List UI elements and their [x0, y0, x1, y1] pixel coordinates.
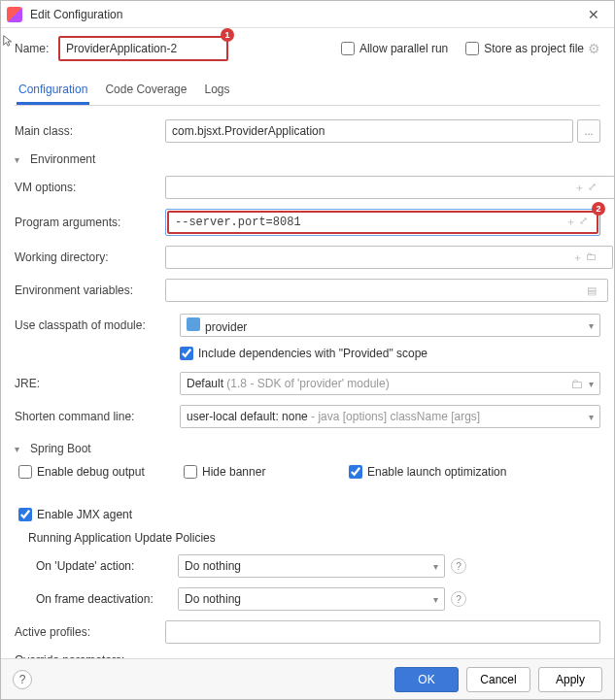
chevron-down-icon: ▾: [433, 594, 438, 605]
main-class-row: Main class: ...: [15, 119, 600, 143]
allow-parallel-checkbox[interactable]: Allow parallel run: [341, 42, 448, 55]
help-icon[interactable]: ?: [451, 591, 466, 607]
gear-icon[interactable]: ⚙: [588, 41, 600, 56]
working-directory-label: Working directory:: [15, 250, 165, 264]
close-icon[interactable]: ✕: [579, 7, 608, 22]
titlebar: Edit Configuration ✕: [1, 1, 614, 28]
shorten-select[interactable]: user-local default: none - java [options…: [180, 405, 600, 428]
on-frame-label: On frame deactivation:: [36, 592, 178, 606]
vm-options-row: VM options: ＋ ⤢: [15, 176, 600, 199]
chevron-down-icon: ▾: [589, 379, 594, 389]
on-frame-value: Do nothing: [185, 592, 241, 606]
store-project-label: Store as project file: [484, 42, 584, 55]
env-vars-input[interactable]: [165, 279, 608, 302]
main-class-input[interactable]: [165, 119, 573, 143]
shorten-label: Shorten command line:: [15, 410, 180, 423]
badge-1: 1: [221, 28, 234, 42]
active-profiles-input[interactable]: [165, 620, 600, 644]
vm-options-label: VM options:: [15, 181, 165, 194]
program-arguments-input[interactable]: [167, 211, 598, 234]
classpath-select[interactable]: provider ▾: [180, 314, 600, 337]
program-arguments-label: Program arguments:: [15, 216, 165, 229]
tab-code-coverage[interactable]: Code Coverage: [103, 79, 188, 105]
vm-options-input[interactable]: [165, 176, 615, 199]
cursor-icon: [2, 34, 16, 48]
working-directory-row: Working directory: ＋ 🗀: [15, 246, 600, 269]
classpath-label: Use classpath of module:: [15, 318, 180, 332]
name-row: Name: 1 Allow parallel run Store as proj…: [15, 36, 600, 61]
on-update-label: On 'Update' action:: [36, 559, 178, 573]
on-frame-row: On frame deactivation: Do nothing ▾ ?: [15, 587, 600, 611]
environment-section-header[interactable]: ▾ Environment: [15, 152, 600, 166]
hide-banner-checkbox[interactable]: Hide banner: [184, 465, 320, 479]
app-icon: [7, 7, 22, 22]
jre-value-detail: (1.8 - SDK of 'provider' module): [223, 377, 390, 390]
spring-boot-options: Enable debug output Hide banner Enable l…: [18, 465, 600, 521]
include-provided-row: Include dependencies with "Provided" sco…: [15, 347, 600, 360]
ok-button[interactable]: OK: [394, 667, 459, 692]
environment-section-title: Environment: [30, 152, 95, 166]
enable-launch-opt-checkbox[interactable]: Enable launch optimization: [349, 465, 506, 479]
program-arguments-row: Program arguments: 2 ＋ ⤢: [15, 209, 600, 236]
on-update-value: Do nothing: [185, 559, 241, 573]
dialog-footer: ? OK Cancel Apply: [1, 658, 614, 699]
working-directory-input[interactable]: [165, 246, 613, 269]
enable-debug-checkbox[interactable]: Enable debug output: [18, 465, 154, 479]
chevron-down-icon: ▾: [589, 320, 594, 331]
plus-icon[interactable]: ＋: [565, 215, 576, 229]
jre-label: JRE:: [15, 377, 180, 390]
on-frame-select[interactable]: Do nothing ▾: [178, 587, 445, 611]
jre-row: JRE: Default (1.8 - SDK of 'provider' mo…: [15, 372, 600, 395]
window-title: Edit Configuration: [30, 8, 579, 21]
env-vars-row: Environment variables: ▤: [15, 279, 600, 302]
active-profiles-label: Active profiles:: [15, 625, 165, 639]
expand-icon[interactable]: ⤢: [579, 215, 588, 229]
help-icon[interactable]: ?: [451, 558, 466, 574]
chevron-down-icon: ▾: [589, 412, 594, 422]
classpath-row: Use classpath of module: provider ▾: [15, 314, 600, 337]
allow-parallel-label: Allow parallel run: [359, 42, 448, 55]
shorten-value: user-local default: none: [187, 410, 308, 423]
include-provided-checkbox[interactable]: Include dependencies with "Provided" sco…: [180, 347, 427, 360]
badge-2: 2: [592, 202, 605, 216]
tab-configuration[interactable]: Configuration: [17, 79, 89, 105]
shorten-row: Shorten command line: user-local default…: [15, 405, 600, 428]
main-class-browse-button[interactable]: ...: [577, 119, 600, 143]
enable-jmx-checkbox[interactable]: Enable JMX agent: [18, 508, 154, 521]
tabs: Configuration Code Coverage Logs: [15, 79, 600, 106]
tab-logs[interactable]: Logs: [202, 79, 231, 105]
classpath-value: provider: [205, 320, 247, 334]
spring-boot-section-header[interactable]: ▾ Spring Boot: [15, 442, 600, 455]
active-profiles-row: Active profiles:: [15, 620, 600, 644]
store-project-checkbox[interactable]: Store as project file: [465, 42, 584, 55]
jre-select[interactable]: Default (1.8 - SDK of 'provider' module)…: [180, 372, 600, 395]
spring-boot-section-title: Spring Boot: [30, 442, 91, 455]
help-button[interactable]: ?: [13, 670, 32, 689]
chevron-down-icon: ▾: [15, 154, 24, 165]
name-label: Name:: [15, 42, 58, 55]
main-class-label: Main class:: [15, 124, 165, 138]
folder-icon[interactable]: 🗀: [570, 377, 583, 391]
chevron-down-icon: ▾: [433, 561, 438, 572]
update-policies-title: Running Application Update Policies: [15, 531, 600, 545]
env-vars-label: Environment variables:: [15, 283, 165, 297]
on-update-row: On 'Update' action: Do nothing ▾ ?: [15, 554, 600, 578]
shorten-value-detail: - java [options] className [args]: [308, 410, 480, 423]
module-icon: [187, 317, 200, 331]
include-provided-label: Include dependencies with "Provided" sco…: [198, 347, 427, 360]
jre-value: Default: [187, 377, 223, 390]
chevron-down-icon: ▾: [15, 444, 24, 454]
apply-button[interactable]: Apply: [538, 667, 602, 692]
name-input[interactable]: [58, 36, 228, 61]
on-update-select[interactable]: Do nothing ▾: [178, 554, 445, 578]
cancel-button[interactable]: Cancel: [466, 667, 530, 692]
